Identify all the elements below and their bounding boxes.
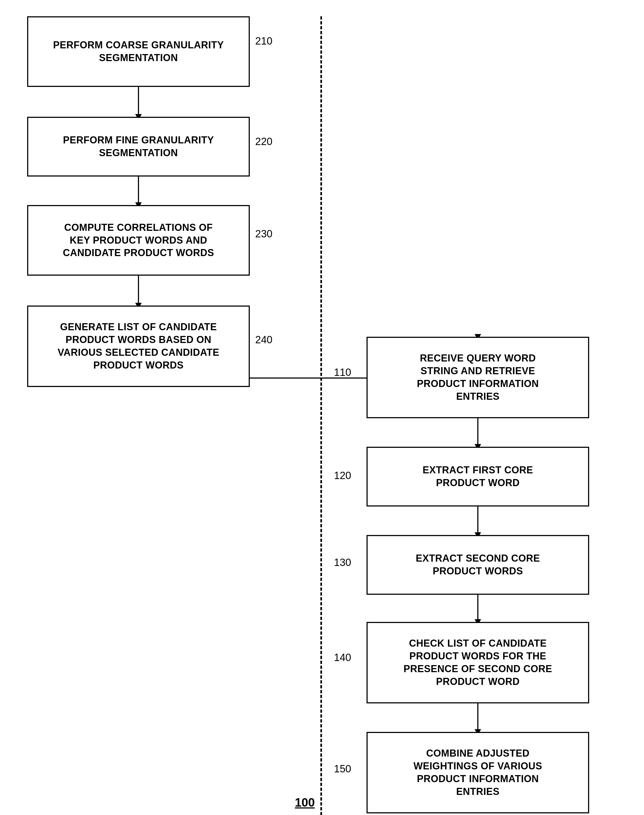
box-230: COMPUTE CORRELATIONS OFKEY PRODUCT WORDS… [27,205,250,276]
figure-label: 100 [295,796,315,809]
step-label-220: 220 [255,136,272,147]
step-label-110: 110 [334,367,351,378]
box-240: GENERATE LIST OF CANDIDATEPRODUCT WORDS … [27,305,250,387]
box-150: COMBINE ADJUSTEDWEIGHTINGS OF VARIOUSPRO… [366,732,589,813]
dashed-divider [320,16,322,815]
box-220: PERFORM FINE GRANULARITY SEGMENTATION [27,117,250,177]
box-140: CHECK LIST OF CANDIDATEPRODUCT WORDS FOR… [366,622,589,703]
step-label-150: 150 [334,763,351,775]
step-label-240: 240 [255,334,272,346]
box-130: EXTRACT SECOND COREPRODUCT WORDS [366,535,589,595]
step-label-130: 130 [334,557,351,568]
box-110: RECEIVE QUERY WORDSTRING AND RETRIEVEPRO… [366,337,589,418]
step-label-230: 230 [255,228,272,240]
diagram-container: PERFORM COARSE GRANULARITY SEGMENTATION … [0,0,644,815]
box-210: PERFORM COARSE GRANULARITY SEGMENTATION [27,16,250,87]
step-label-210: 210 [255,35,272,47]
step-label-140: 140 [334,652,351,663]
step-label-120: 120 [334,470,351,482]
box-120: EXTRACT FIRST COREPRODUCT WORD [366,447,589,506]
